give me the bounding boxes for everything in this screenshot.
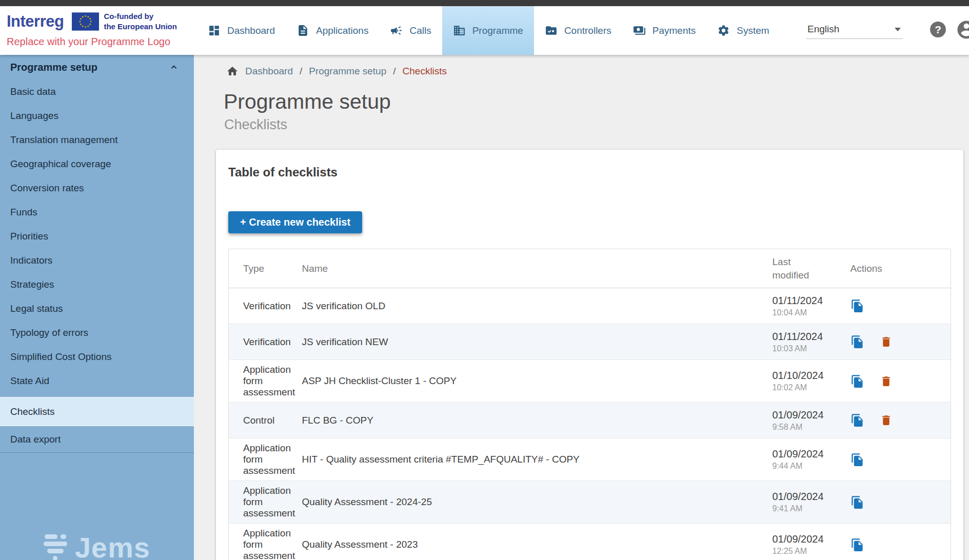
row-actions [851, 453, 947, 467]
sidebar-section-header[interactable]: Programme setup [0, 55, 194, 79]
sidebar-item-languages[interactable]: Languages [0, 104, 194, 128]
sidebar-item-checklists[interactable]: Checklists [0, 397, 194, 426]
checklist-last-modified: 01/09/2024 9:44 AM [773, 438, 851, 481]
checklist-last-modified: 01/11/2024 10:04 AM [773, 288, 851, 324]
copy-checklist-button[interactable] [851, 453, 864, 467]
breadcrumb-current: Checklists [403, 66, 447, 77]
checklist-last-modified: 01/10/2024 10:02 AM [773, 360, 851, 403]
nav-item-dashboard[interactable]: Dashboard [197, 6, 286, 55]
sidebar-item-indicators[interactable]: Indicators [0, 248, 194, 272]
nav-item-system[interactable]: System [706, 6, 780, 55]
controllers-icon [545, 24, 558, 37]
checklist-name: JS verification OLD [302, 288, 773, 324]
calls-icon [390, 24, 403, 37]
sidebar-item-conversion-rates[interactable]: Conversion rates [0, 176, 194, 200]
nav-item-programme[interactable]: Programme [442, 6, 534, 55]
nav-item-calls[interactable]: Calls [379, 6, 442, 55]
copy-icon [851, 374, 864, 388]
svg-text:?: ? [935, 24, 941, 35]
copy-icon [851, 413, 864, 427]
help-icon: ? [928, 20, 947, 39]
programme-icon [453, 24, 466, 37]
chevron-up-icon [168, 62, 180, 73]
app-root: { "header": { "brand": { "logo_text": "I… [0, 0, 969, 560]
checklist-last-modified: 01/09/2024 9:58 AM [773, 403, 851, 438]
checklists-table: Type Name Last modified Actions Verifica… [228, 249, 951, 560]
checklist-type: Application form assessment [229, 524, 302, 560]
delete-icon [880, 414, 893, 427]
copy-checklist-button[interactable] [851, 538, 864, 552]
copy-icon [851, 453, 864, 467]
sidebar-item-data-export[interactable]: Data export [0, 426, 194, 453]
checklist-last-modified: 01/09/2024 12:25 AM [773, 524, 851, 560]
breadcrumb: Dashboard / Programme setup / Checklists [194, 55, 969, 77]
card-title: Table of checklists [228, 165, 951, 179]
sidebar-item-geographical-coverage[interactable]: Geographical coverage [0, 152, 194, 176]
jems-icon [44, 534, 67, 560]
copy-icon [851, 299, 864, 313]
create-new-checklist-button[interactable]: + Create new checklist [228, 211, 362, 233]
table-row: Application form assessment Quality Asse… [229, 481, 951, 524]
breadcrumb-dashboard[interactable]: Dashboard [245, 66, 293, 77]
language-select[interactable]: English [806, 22, 903, 39]
column-header-type: Type [229, 249, 302, 288]
checklist-name: Quality Assessment - 2024-25 [302, 481, 773, 524]
column-header-name: Name [302, 249, 773, 288]
table-row: Verification JS verification OLD 01/11/2… [229, 288, 951, 324]
copy-checklist-button[interactable] [851, 374, 864, 388]
row-actions [851, 413, 947, 427]
copy-checklist-button[interactable] [851, 413, 864, 427]
main-content: Dashboard / Programme setup / Checklists… [194, 55, 969, 560]
copy-icon [851, 538, 864, 552]
user-menu-button[interactable] [956, 19, 969, 43]
table-row: Application form assessment Quality Asse… [229, 524, 951, 560]
main-navigation: Dashboard Applications Calls Programme C… [197, 6, 780, 55]
page-subtitle: Checklists [224, 117, 969, 133]
copy-icon [851, 495, 864, 509]
eu-cofunded-block: Co-funded by the European Union [72, 11, 177, 31]
copy-checklist-button[interactable] [851, 299, 864, 313]
sidebar-item-state-aid[interactable]: State Aid [0, 369, 194, 393]
nav-item-applications[interactable]: Applications [286, 6, 379, 55]
checklist-name: HIT - Quality assessment criteria #TEMP_… [302, 438, 773, 481]
copy-checklist-button[interactable] [851, 335, 864, 349]
table-row: Control FLC BG - COPY 01/09/2024 9:58 AM [229, 403, 951, 438]
checklist-type: Verification [229, 324, 302, 360]
page-title: Programme setup [224, 90, 969, 114]
delete-checklist-button[interactable] [880, 414, 893, 427]
eu-cofunded-text: Co-funded by the European Union [104, 11, 177, 31]
row-actions [851, 538, 947, 552]
sidebar: Programme setup Basic data Languages Tra… [0, 55, 194, 560]
sidebar-item-legal-status[interactable]: Legal status [0, 296, 194, 321]
sidebar-item-funds[interactable]: Funds [0, 200, 194, 224]
programme-logo-placeholder: Replace with your Programme Logo [7, 36, 194, 48]
sidebar-item-strategies[interactable]: Strategies [0, 272, 194, 296]
checklist-type: Verification [229, 288, 302, 324]
sidebar-item-simplified-cost-options[interactable]: Simplified Cost Options [0, 345, 194, 369]
checklist-name: FLC BG - COPY [302, 403, 773, 438]
checklist-name: Quality Assessment - 2023 [302, 524, 773, 560]
sidebar-item-priorities[interactable]: Priorities [0, 224, 194, 248]
copy-checklist-button[interactable] [851, 495, 864, 509]
nav-item-controllers[interactable]: Controllers [534, 6, 622, 55]
help-button[interactable]: ? [928, 20, 947, 41]
home-icon [226, 65, 239, 77]
brand-area: Interreg Co-funded by the European [0, 6, 194, 55]
row-actions [851, 299, 947, 313]
interreg-logo: Interreg [7, 12, 64, 31]
system-icon [717, 24, 730, 37]
nav-item-payments[interactable]: Payments [622, 6, 706, 55]
delete-checklist-button[interactable] [880, 375, 893, 388]
checklist-type: Application form assessment [229, 438, 302, 481]
sidebar-item-translation-management[interactable]: Translation management [0, 128, 194, 152]
delete-checklist-button[interactable] [880, 335, 893, 348]
checklist-last-modified: 01/09/2024 9:41 AM [773, 481, 851, 524]
delete-icon [880, 335, 893, 348]
row-actions [851, 374, 947, 388]
sidebar-item-basic-data[interactable]: Basic data [0, 79, 194, 104]
breadcrumb-programme-setup[interactable]: Programme setup [309, 66, 386, 77]
row-actions [851, 495, 947, 509]
jems-wordmark: Jems [75, 531, 150, 560]
sidebar-item-typology-of-errors[interactable]: Typology of errors [0, 321, 194, 345]
app-header: Interreg Co-funded by the European [0, 6, 969, 55]
